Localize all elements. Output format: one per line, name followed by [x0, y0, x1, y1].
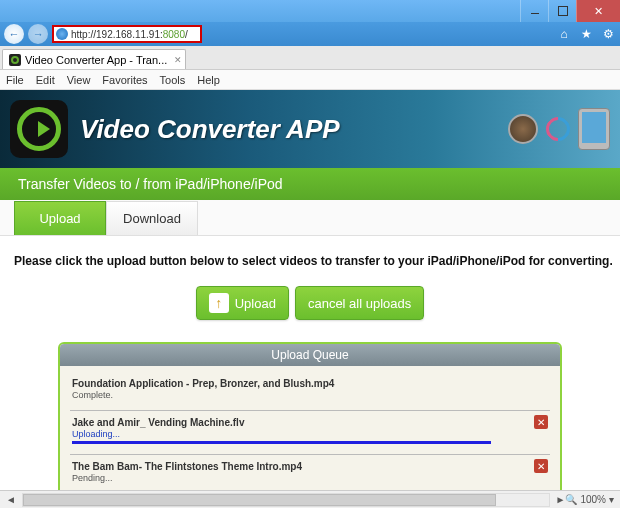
app-banner: Video Converter APP — [0, 90, 620, 168]
menu-help[interactable]: Help — [197, 74, 220, 86]
address-bar-container: http://192.168.11.91:8080/ — [52, 25, 552, 43]
window-minimize-button[interactable] — [520, 0, 548, 22]
queue-item-name: Jake and Amir_ Vending Machine.flv — [72, 417, 548, 428]
menu-edit[interactable]: Edit — [36, 74, 55, 86]
window-close-button[interactable] — [576, 0, 620, 22]
menu-favorites[interactable]: Favorites — [102, 74, 147, 86]
url-text: http://192.168.11.91:8080/ — [71, 29, 188, 40]
sync-arrows-icon — [541, 112, 575, 146]
upload-button-label: Upload — [235, 296, 276, 311]
nav-forward-button[interactable]: ← — [28, 24, 48, 44]
zoom-control[interactable]: 🔍 100% ▾ — [565, 494, 614, 505]
page-tabs: Upload Download — [0, 200, 620, 236]
nav-back-button[interactable]: ← — [4, 24, 24, 44]
upload-button[interactable]: ↑ Upload — [196, 286, 289, 320]
tab-close-icon[interactable]: ✕ — [174, 55, 182, 65]
upload-progress-bar — [72, 441, 491, 444]
queue-item-name: The Bam Bam- The Flintstones Theme Intro… — [72, 461, 548, 472]
tools-icon[interactable]: ⚙ — [600, 27, 616, 41]
status-bar: ◄ ► 🔍 100% ▾ — [0, 490, 620, 508]
app-logo-icon — [10, 100, 68, 158]
browser-menu-bar: File Edit View Favorites Tools Help — [0, 70, 620, 90]
upload-arrow-icon: ↑ — [209, 293, 229, 313]
tab-favicon-icon — [9, 54, 21, 66]
app-title: Video Converter APP — [80, 114, 340, 145]
queue-body: Foundation Application - Prep, Bronzer, … — [60, 366, 560, 490]
zoom-icon: 🔍 — [565, 494, 577, 505]
queue-item-status: Complete. — [72, 390, 548, 400]
subheader-text: Transfer Videos to / from iPad/iPhone/iP… — [18, 176, 283, 192]
scroll-left-icon[interactable]: ◄ — [6, 494, 16, 505]
scrollbar-thumb[interactable] — [23, 494, 496, 506]
window-maximize-button[interactable] — [548, 0, 576, 22]
scroll-right-icon[interactable]: ► — [556, 494, 566, 505]
ie-favicon-icon — [56, 28, 68, 40]
cancel-item-icon[interactable]: ✕ — [534, 415, 548, 429]
browser-tab-strip: Video Converter App - Tran... ✕ — [0, 46, 620, 70]
toolbar-right: ⌂ ★ ⚙ — [556, 27, 616, 41]
queue-item-status: Pending... — [72, 473, 548, 483]
main-content: Please click the upload button below to … — [0, 236, 620, 490]
tab-upload[interactable]: Upload — [14, 201, 106, 235]
address-bar[interactable]: http://192.168.11.91:8080/ — [52, 25, 202, 43]
action-buttons: ↑ Upload cancel all uploads — [14, 286, 606, 320]
queue-header: Upload Queue — [60, 344, 560, 366]
zoom-level: 100% — [580, 494, 606, 505]
cancel-item-icon[interactable]: ✕ — [534, 459, 548, 473]
queue-item: ✕ The Bam Bam- The Flintstones Theme Int… — [70, 454, 550, 490]
menu-tools[interactable]: Tools — [160, 74, 186, 86]
browser-nav-bar: ← ← http://192.168.11.91:8080/ ⌂ ★ ⚙ — [0, 22, 620, 46]
queue-item: Foundation Application - Prep, Bronzer, … — [70, 372, 550, 410]
browser-tab[interactable]: Video Converter App - Tran... ✕ — [2, 49, 186, 69]
zoom-dropdown-icon[interactable]: ▾ — [609, 494, 614, 505]
queue-item: ✕ Jake and Amir_ Vending Machine.flv Upl… — [70, 410, 550, 454]
cancel-all-button[interactable]: cancel all uploads — [295, 286, 424, 320]
page-subheader: Transfer Videos to / from iPad/iPhone/iP… — [0, 168, 620, 200]
instruction-text: Please click the upload button below to … — [14, 254, 606, 268]
film-reel-icon — [508, 114, 538, 144]
home-icon[interactable]: ⌂ — [556, 27, 572, 41]
page-content: Video Converter APP Transfer Videos to /… — [0, 90, 620, 490]
menu-file[interactable]: File — [6, 74, 24, 86]
upload-queue-panel: Upload Queue Foundation Application - Pr… — [58, 342, 562, 490]
favorites-icon[interactable]: ★ — [578, 27, 594, 41]
queue-item-status: Uploading... — [72, 429, 548, 439]
banner-graphics — [508, 108, 610, 150]
horizontal-scrollbar[interactable] — [22, 493, 550, 507]
queue-item-name: Foundation Application - Prep, Bronzer, … — [72, 378, 548, 389]
tab-download[interactable]: Download — [106, 201, 198, 235]
window-titlebar — [0, 0, 620, 22]
tab-title: Video Converter App - Tran... — [25, 54, 167, 66]
menu-view[interactable]: View — [67, 74, 91, 86]
ipad-icon — [578, 108, 610, 150]
